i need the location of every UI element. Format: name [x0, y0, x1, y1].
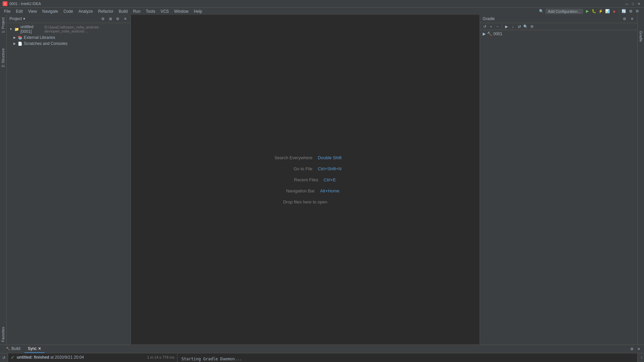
libraries-icon: 📚 [18, 36, 22, 40]
bottom-right-icon-2[interactable]: ↓ [639, 361, 644, 362]
app-icon: I [3, 1, 7, 6]
window-title: 0001 - IntelliJ IDEA [9, 2, 625, 6]
bottom-settings-icon[interactable]: ⚙ [629, 346, 635, 352]
tree-item-untitled[interactable]: ▼ 📁 untitled [0001] D:\JavaCraft\open_ns… [7, 24, 130, 35]
update-button[interactable]: 🔄 [621, 9, 627, 14]
debug-button[interactable]: 🐛 [591, 9, 597, 14]
gradle-toggle-icon[interactable]: ↓ [510, 24, 516, 29]
editor-area: Search Everywhere Double Shift Go to Fil… [131, 15, 480, 345]
bottom-content: ↺ ■ 📌 🔍 ✓ untitled: finished at 2020/9/2… [0, 353, 644, 362]
build-left-toolbar: ↺ ■ 📌 🔍 [0, 353, 8, 362]
add-configuration-button[interactable]: Add Configuration... [545, 9, 583, 14]
gradle-execute-icon[interactable]: ▶ [504, 24, 509, 29]
gradle-panel: Gradle ⚙ ✕ ↺ + − ▶ ↓ ⇄ 🔍 ⚙ ▶ 🔨 0001 [480, 15, 637, 345]
menu-vcs[interactable]: VCS [158, 8, 172, 14]
build-success-icon: ✓ [11, 355, 15, 360]
gradle-close-icon[interactable]: ✕ [629, 16, 635, 21]
right-tab-gradle[interactable]: Gradle [638, 28, 644, 45]
tree-item-scratches-label: Scratches and Consoles [24, 41, 67, 46]
expand-icon-libraries: ▶ [13, 36, 16, 39]
menu-file[interactable]: File [1, 8, 13, 14]
hint-recent-label: Recent Files [275, 177, 318, 182]
menu-bar: File Edit View Navigate Code Analyze Ref… [0, 7, 644, 15]
run-button[interactable]: ▶ [585, 9, 590, 14]
project-close-icon[interactable]: ✕ [122, 16, 128, 21]
build-item-finished[interactable]: ✓ untitled: finished at 2020/9/21 20:04 … [8, 353, 177, 361]
menu-refactor[interactable]: Refactor [96, 8, 116, 14]
tree-item-label: untitled [0001] [20, 24, 42, 34]
project-panel-title: Project ▾ [9, 16, 98, 21]
bottom-right-icon-1[interactable]: ↑ [639, 355, 644, 360]
close-button[interactable]: ✕ [637, 1, 641, 6]
menu-build[interactable]: Build [116, 8, 130, 14]
restore-button[interactable]: □ [631, 1, 635, 6]
profile-button[interactable]: 📊 [605, 9, 610, 14]
bottom-tab-build[interactable]: 🔨Build [3, 345, 24, 353]
sidebar-item-structure[interactable]: 2: Structure [0, 46, 6, 70]
menu-code[interactable]: Code [61, 8, 76, 14]
gradle-project-label: 0001 [493, 32, 502, 36]
expand-icon: ▼ [9, 27, 12, 31]
sidebar-item-favorites[interactable]: Favorites [0, 324, 6, 345]
hint-search-label: Search Everywhere [269, 155, 313, 160]
settings-icon[interactable]: ⚙ [635, 9, 640, 14]
expand-icon-scratches: ▶ [13, 42, 16, 45]
main-layout: 1: Project 2: Structure Favorites Projec… [0, 15, 644, 345]
project-options-icon[interactable]: ⚙ [115, 16, 120, 21]
hint-navbar: Navigation Bar Alt+Home [271, 188, 339, 193]
hint-recent-shortcut: Ctrl+E [324, 177, 336, 182]
run-config-search-icon[interactable]: 🔍 [539, 9, 544, 14]
menu-navigate[interactable]: Navigate [40, 8, 61, 14]
bottom-panel: 🔨Build Sync ✕ ⚙ ✕ ↺ ■ 📌 🔍 ✓ untitled: fi… [0, 345, 644, 362]
stop-button[interactable]: ■ [611, 9, 617, 14]
gradle-filter-icon[interactable]: 🔍 [523, 24, 528, 29]
hint-goto: Go to File Ctrl+Shift+N [269, 166, 342, 171]
bottom-close-icon[interactable]: ✕ [636, 346, 641, 352]
gradle-tree: ▶ 🔨 0001 [480, 30, 637, 345]
hint-navbar-label: Navigation Bar [271, 188, 315, 193]
hint-navbar-shortcut: Alt+Home [320, 188, 339, 193]
build-output: Starting Gradle Daemon... Gradle Daemon … [177, 353, 637, 362]
build-rerun-icon[interactable]: ↺ [1, 355, 7, 361]
run-with-coverage-button[interactable]: ⚡ [598, 9, 603, 14]
project-tree: ▼ 📁 untitled [0001] D:\JavaCraft\open_ns… [7, 23, 130, 345]
gradle-expand-icon[interactable]: ⇄ [517, 24, 522, 29]
gradle-refresh-icon[interactable]: ↺ [482, 24, 487, 29]
gradle-tool-icon[interactable]: ⚙ [529, 24, 535, 29]
hint-search-shortcut: Double Shift [318, 155, 342, 160]
bottom-right-icons: ↑ ↓ [637, 353, 644, 362]
menu-view[interactable]: View [25, 8, 40, 14]
hint-drop: Drop files here to open [283, 199, 327, 204]
title-bar: I 0001 - IntelliJ IDEA — □ ✕ [0, 0, 644, 7]
project-panel: Project ▾ ⚙ ⊞ ⚙ ✕ ▼ 📁 untitled [0001] D:… [7, 15, 131, 345]
bottom-tabs: 🔨Build Sync ✕ ⚙ ✕ [0, 345, 644, 353]
menu-help[interactable]: Help [191, 8, 205, 14]
sidebar-item-project[interactable]: 1: Project [0, 15, 6, 36]
gradle-settings-icon[interactable]: ⚙ [622, 16, 627, 21]
menu-window[interactable]: Window [171, 8, 191, 14]
gradle-panel-header: Gradle ⚙ ✕ [480, 15, 637, 23]
project-settings-icon[interactable]: ⚙ [100, 16, 106, 21]
gradle-remove-icon[interactable]: − [495, 24, 500, 29]
tree-item-external-libraries[interactable]: ▶ 📚 External Libraries [7, 35, 130, 41]
left-side-tabs: 1: Project 2: Structure Favorites [0, 15, 7, 345]
editor-content: Search Everywhere Double Shift Go to Fil… [131, 15, 480, 345]
hint-goto-shortcut: Ctrl+Shift+N [318, 166, 342, 171]
tree-item-scratches[interactable]: ▶ 📄 Scratches and Consoles [7, 41, 130, 47]
build-line-1: Starting Gradle Daemon... [181, 356, 633, 362]
project-panel-header: Project ▾ ⚙ ⊞ ⚙ ✕ [7, 15, 130, 23]
gradle-toolbar: ↺ + − ▶ ↓ ⇄ 🔍 ⚙ [480, 23, 637, 30]
gradle-add-icon[interactable]: + [488, 24, 494, 29]
menu-analyze[interactable]: Analyze [76, 8, 96, 14]
menu-tools[interactable]: Tools [143, 8, 158, 14]
menu-edit[interactable]: Edit [13, 8, 25, 14]
minimize-button[interactable]: — [625, 1, 629, 6]
gradle-tree-item-0001[interactable]: ▶ 🔨 0001 [480, 31, 637, 37]
menu-run[interactable]: Run [130, 8, 143, 14]
project-split-icon[interactable]: ⊞ [108, 16, 113, 21]
project-folder-icon: 📁 [14, 27, 19, 32]
bottom-tab-sync[interactable]: Sync ✕ [24, 345, 45, 353]
layout-button[interactable]: ⊞ [628, 9, 633, 14]
build-tab-icon: 🔨 [6, 347, 10, 351]
project-path: D:\JavaCraft\open_nsfw_android-dev\open_… [45, 25, 128, 33]
